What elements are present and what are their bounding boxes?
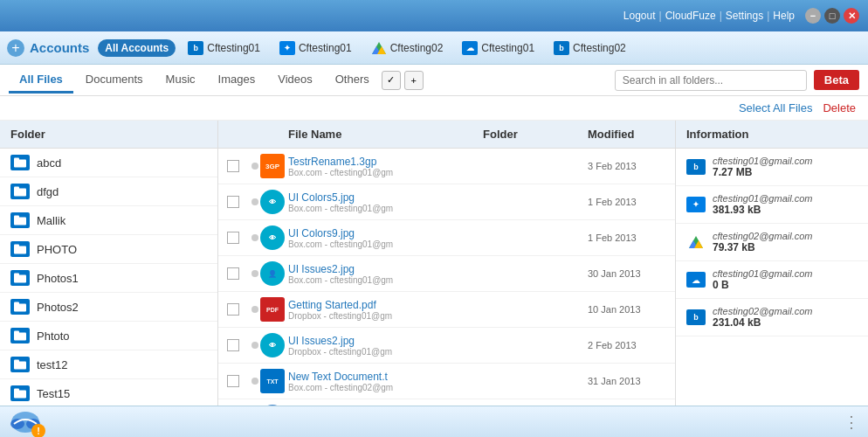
svg-rect-8 xyxy=(14,216,19,219)
folder-item-photo[interactable]: PHOTO xyxy=(0,235,217,264)
file-dot xyxy=(251,198,258,205)
file-title: UI Issues2.jpg xyxy=(288,263,483,275)
all-accounts-tab[interactable]: All Accounts xyxy=(98,39,176,57)
folder-name: abcd xyxy=(37,156,61,170)
logout-link[interactable]: Logout xyxy=(623,10,656,22)
cloudfuze-link[interactable]: CloudFuze xyxy=(665,10,716,22)
info-size: 381.93 kB xyxy=(713,204,813,216)
file-checkbox[interactable] xyxy=(227,232,239,244)
file-row[interactable]: TXT New Text Document.t Box.com - cftest… xyxy=(218,364,675,399)
search-input[interactable] xyxy=(615,70,807,91)
account-name-dropbox: Cftesting01 xyxy=(299,42,352,54)
file-checkbox[interactable] xyxy=(227,339,239,351)
folder-item-photos1[interactable]: Photos1 xyxy=(0,264,217,293)
select-all-button[interactable]: Select All Files xyxy=(739,101,813,114)
minimize-button[interactable]: − xyxy=(805,8,821,24)
delete-button[interactable]: Delete xyxy=(823,101,856,114)
tab-videos[interactable]: Videos xyxy=(267,67,323,94)
folder-name: Mallik xyxy=(37,214,65,227)
settings-link[interactable]: Settings xyxy=(726,10,763,22)
account-name-box2: Cftesting02 xyxy=(573,42,626,54)
account-name-onedrive: Cftesting01 xyxy=(481,42,534,54)
column-filename: File Name xyxy=(288,128,483,141)
top-bar: Logout | CloudFuze | Settings | Help − □… xyxy=(0,0,868,31)
info-item-onedrive: ☁ cftesting01@gmail.com 0 B xyxy=(676,261,868,299)
close-button[interactable]: ✕ xyxy=(844,8,859,24)
info-icon-box1: b xyxy=(686,159,706,175)
file-tabs-right: Beta xyxy=(615,70,859,91)
folder-item-test15[interactable]: Test15 xyxy=(0,379,217,408)
maximize-button[interactable]: □ xyxy=(824,8,840,24)
info-size: 79.37 kB xyxy=(713,241,813,253)
file-checkbox[interactable] xyxy=(227,375,239,387)
folder-icon xyxy=(10,270,30,286)
folder-item-phtoto[interactable]: Phtoto xyxy=(0,322,217,350)
file-type-icon-pdf: PDF xyxy=(260,297,285,322)
file-type-tabs: All Files Documents Music Images Videos … xyxy=(0,65,868,96)
folder-item-dfgd[interactable]: dfgd xyxy=(0,177,217,206)
top-bar-links: Logout | CloudFuze | Settings | Help xyxy=(623,10,795,22)
file-row[interactable]: 👁 UI Colors9.jpg Box.com - cftesting01@g… xyxy=(218,220,675,256)
file-dot xyxy=(251,270,258,277)
folder-icon xyxy=(10,299,30,315)
svg-rect-20 xyxy=(14,389,19,392)
tab-music[interactable]: Music xyxy=(155,67,206,94)
account-tab-dropbox[interactable]: ✦ Cftesting01 xyxy=(272,38,359,58)
file-checkbox[interactable] xyxy=(227,196,239,208)
folder-item-mallik[interactable]: Mallik xyxy=(0,206,217,235)
svg-rect-16 xyxy=(14,331,19,335)
folder-item-abcd[interactable]: abcd xyxy=(0,149,217,177)
file-modified: 31 Jan 2013 xyxy=(588,376,666,386)
svg-rect-6 xyxy=(14,187,19,191)
info-panel: Information b cftesting01@gmail.com 7.27… xyxy=(676,121,868,437)
account-name-box1: Cftesting01 xyxy=(207,42,260,54)
account-tab-box1[interactable]: b Cftesting01 xyxy=(181,38,267,58)
account-tab-gdrive[interactable]: Cftesting02 xyxy=(364,38,451,58)
file-type-icon-txt: TXT xyxy=(260,369,285,393)
file-row[interactable]: 3GP TestrRename1.3gp Box.com - cftesting… xyxy=(218,149,675,184)
more-options-button[interactable]: ⋮ xyxy=(844,413,859,432)
folder-panel-header: Folder xyxy=(0,121,217,149)
bottom-bar: ! ⋮ xyxy=(0,406,868,437)
file-checkbox[interactable] xyxy=(227,303,239,316)
info-email: cftesting02@gmail.com xyxy=(713,306,813,316)
grid-view-button[interactable]: + xyxy=(404,71,424,90)
file-modified: 1 Feb 2013 xyxy=(588,232,666,243)
info-item-gdrive: cftesting02@gmail.com 79.37 kB xyxy=(676,224,868,261)
info-item-box1: b cftesting01@gmail.com 7.27 MB xyxy=(676,149,868,186)
account-tab-box2[interactable]: b Cftesting02 xyxy=(547,38,633,58)
folder-name: Phtoto xyxy=(37,329,70,343)
tab-documents[interactable]: Documents xyxy=(75,67,154,94)
add-account-button[interactable]: + xyxy=(7,39,24,57)
file-source: Box.com - cftesting01@gm xyxy=(288,204,483,213)
bottom-logo: ! xyxy=(9,408,42,436)
column-modified: Modified xyxy=(588,128,666,141)
list-view-button[interactable]: ✓ xyxy=(382,71,401,90)
file-row[interactable]: 👁 UI Issues2.jpg Dropbox - cftesting01@g… xyxy=(218,328,675,364)
account-tab-onedrive[interactable]: ☁ Cftesting01 xyxy=(455,38,541,58)
file-row[interactable]: 👁 UI Colors5.jpg Box.com - cftesting01@g… xyxy=(218,184,675,220)
file-type-icon-jpg: 👁 xyxy=(260,333,285,357)
file-source: Dropbox - cftesting01@gm xyxy=(288,311,483,321)
tab-images[interactable]: Images xyxy=(208,67,266,94)
info-size: 0 B xyxy=(713,279,813,291)
folder-name: Photos1 xyxy=(37,272,79,285)
file-row[interactable]: PDF Getting Started.pdf Dropbox - cftest… xyxy=(218,292,675,328)
beta-button[interactable]: Beta xyxy=(814,70,859,90)
folder-icon xyxy=(10,385,30,401)
file-checkbox[interactable] xyxy=(227,267,239,280)
file-checkbox[interactable] xyxy=(227,160,239,172)
info-email: cftesting01@gmail.com xyxy=(713,156,813,166)
info-panel-header: Information xyxy=(676,121,868,149)
dropbox-icon: ✦ xyxy=(279,41,295,55)
help-link[interactable]: Help xyxy=(773,10,795,22)
tab-others[interactable]: Others xyxy=(325,67,380,94)
file-row[interactable]: 👤 UI Issues2.jpg Box.com - cftesting01@g… xyxy=(218,256,675,292)
gdrive-icon xyxy=(371,41,387,55)
folder-item-test12[interactable]: test12 xyxy=(0,350,217,379)
tab-all-files[interactable]: All Files xyxy=(9,67,73,94)
folder-name: PHOTO xyxy=(37,243,77,256)
all-accounts-label: All Accounts xyxy=(105,42,169,54)
info-size: 231.04 kB xyxy=(713,316,813,329)
folder-item-photos2[interactable]: Photos2 xyxy=(0,293,217,322)
